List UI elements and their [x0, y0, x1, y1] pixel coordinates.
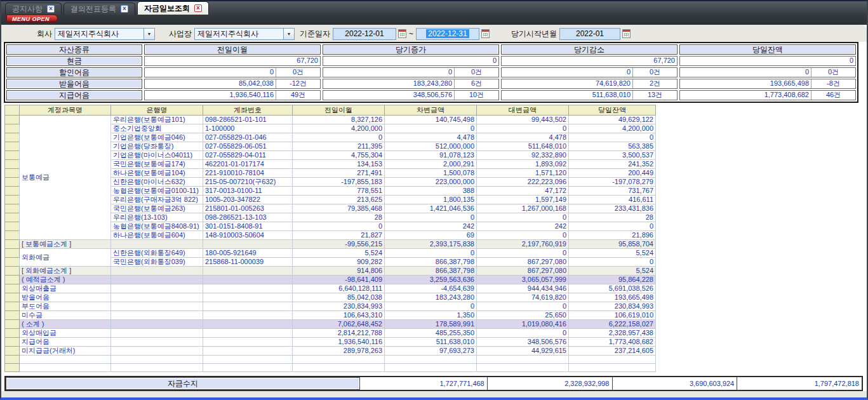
summary-group: 67,720 — [501, 56, 678, 66]
summary-amount: 0 — [502, 68, 632, 77]
prev-balance-cell: 271,491 — [293, 169, 385, 178]
row-selector[interactable] — [5, 133, 20, 142]
table-row — [5, 364, 656, 372]
calendar-icon[interactable] — [398, 29, 406, 38]
row-selector[interactable] — [5, 151, 20, 160]
bank-cell — [111, 293, 203, 302]
summary-count: 46건 — [811, 91, 855, 100]
table-row: 지급어음1,936,540,116511,638,010348,506,5761… — [5, 338, 656, 347]
row-selector[interactable] — [5, 231, 20, 240]
row-selector[interactable] — [5, 178, 20, 187]
summary-group: 183,243,2806건 — [323, 79, 499, 89]
company-select[interactable]: 제일저지주식회사 ▼ — [55, 28, 155, 40]
row-selector[interactable] — [5, 116, 20, 124]
close-icon[interactable]: × — [47, 5, 55, 13]
tab-voucher-entry[interactable]: 결의전표등록 × — [63, 3, 135, 15]
date-from-input[interactable]: 2022-12-01 — [333, 28, 396, 40]
row-selector[interactable] — [5, 347, 20, 356]
account-cell — [20, 356, 111, 364]
summary-col-header: 당기증가 — [323, 44, 499, 55]
row-selector[interactable] — [5, 213, 20, 222]
row-selector[interactable] — [5, 258, 20, 267]
bank-cell — [111, 267, 203, 276]
bank-cell: 기업은행(마이너스04011) — [111, 151, 203, 160]
prev-balance-cell: 0 — [293, 222, 385, 231]
bank-cell: 우리은행(구매자금3억 822) — [111, 196, 203, 204]
detail-col-header: 전일이월 — [293, 105, 385, 116]
credit-cell: 74,619,820 — [477, 293, 569, 302]
row-selector[interactable] — [5, 196, 20, 204]
row-selector[interactable] — [5, 364, 20, 372]
tab-cash-daily-report[interactable]: 자금일보조회 × — [137, 1, 209, 15]
row-selector[interactable] — [5, 320, 20, 329]
bank-cell: 농협은행(보통예금0100-11) — [111, 187, 203, 196]
row-selector[interactable] — [5, 187, 20, 196]
row-selector[interactable] — [5, 284, 20, 293]
credit-cell: 1,019,080,416 — [477, 320, 569, 329]
account-number-cell: 215801-01-005263 — [203, 204, 293, 213]
row-selector[interactable] — [5, 142, 20, 151]
credit-cell: 3,065,057,999 — [477, 276, 569, 284]
bank-cell: 신한은행(마이너스632) — [111, 178, 203, 187]
summary-row-label: 받을어음 — [6, 79, 142, 89]
prev-balance-cell: 213,625 — [293, 196, 385, 204]
row-selector[interactable] — [5, 276, 20, 284]
bank-cell: 기업은행(당좌통장) — [111, 142, 203, 151]
row-selector[interactable] — [5, 329, 20, 338]
summary-col-header: 전일이월 — [144, 44, 321, 55]
account-number-cell — [203, 320, 293, 329]
row-selector[interactable] — [5, 356, 20, 364]
calendar-icon[interactable] — [622, 29, 631, 38]
row-selector[interactable] — [5, 169, 20, 178]
chevron-down-icon[interactable]: ▼ — [144, 29, 154, 39]
row-selector[interactable] — [5, 160, 20, 169]
row-selector[interactable] — [5, 204, 20, 213]
menu-open-button[interactable]: MENU OPEN — [6, 15, 58, 22]
summary-col-header: 당일잔액 — [679, 44, 856, 55]
base-date-label: 기준일자 — [300, 29, 330, 39]
today-balance-cell: 563,385 — [569, 142, 656, 151]
today-balance-cell: 200,449 — [569, 169, 656, 178]
bank-cell — [111, 329, 203, 338]
close-icon[interactable]: × — [121, 5, 128, 13]
summary-group: 85,042,038-12건 — [144, 79, 321, 89]
account-number-cell: 148-910003-50604 — [203, 231, 293, 240]
row-selector[interactable] — [5, 338, 20, 347]
calendar-icon[interactable] — [481, 29, 490, 38]
row-selector[interactable] — [5, 249, 20, 258]
debit-cell: 512,000,000 — [385, 142, 477, 151]
prev-balance-cell: 21,827 — [293, 231, 385, 240]
today-balance-cell: 241,352 — [569, 160, 656, 169]
row-selector[interactable] — [5, 302, 20, 311]
row-selector[interactable] — [5, 293, 20, 302]
close-icon[interactable]: × — [194, 4, 202, 12]
credit-cell: 222,223,096 — [477, 178, 569, 187]
range-separator: ~ — [409, 29, 413, 38]
row-selector[interactable] — [5, 222, 20, 231]
credit-cell: 511,648,010 — [477, 142, 569, 151]
totals-cells: 1,727,771,468 2,328,932,998 3,690,603,92… — [363, 377, 862, 390]
table-row: 외상매입금2,814,212,788485,255,35002,328,957,… — [5, 329, 656, 338]
summary-count: 0건 — [811, 68, 855, 77]
row-selector[interactable] — [5, 240, 20, 249]
content-panel: 회사 제일저지주식회사 ▼ 사업장 제일저지주식회사 ▼ 기준일자 2022-1… — [1, 25, 867, 397]
account-detail-table: 계정과목명은행명계좌번호전일이월차변금액대변금액당일잔액 보통예금우리은행(보통… — [4, 105, 656, 372]
row-selector[interactable] — [5, 311, 20, 320]
date-from-value: 2022-12-01 — [345, 29, 384, 38]
account-cell: [ 보통예금소계 ] — [20, 240, 111, 249]
total-credit: 3,690,603,924 — [612, 377, 737, 390]
credit-cell: 44,929,615 — [477, 347, 569, 356]
summary-row: 받을어음85,042,038-12건183,243,2806건74,619,82… — [6, 79, 856, 89]
date-to-input[interactable]: 2022-12-31 — [416, 28, 479, 40]
chevron-down-icon[interactable]: ▼ — [283, 29, 294, 39]
row-selector[interactable] — [5, 124, 20, 133]
summary-row-label: 할인어음 — [6, 67, 142, 77]
row-selector[interactable] — [5, 267, 20, 276]
company-label: 회사 — [37, 29, 52, 39]
prev-balance-cell: 914,806 — [293, 267, 385, 276]
period-start-input[interactable]: 2022-01 — [559, 28, 620, 40]
prev-balance-cell — [293, 356, 385, 364]
tab-notice[interactable]: 공지사항 × — [5, 3, 62, 15]
account-number-cell: 027-055829-04-011 — [203, 151, 293, 160]
site-select[interactable]: 제일저지주식회사 ▼ — [194, 28, 295, 40]
